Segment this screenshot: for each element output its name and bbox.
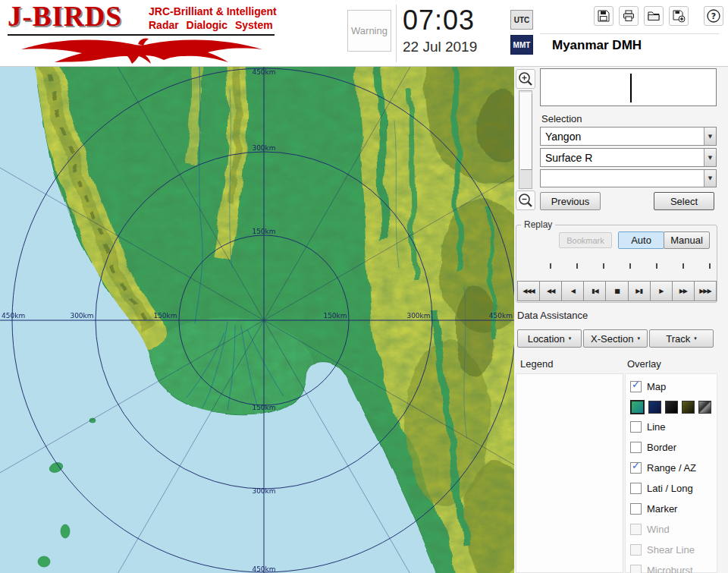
chevron-down-icon: ▾ <box>637 335 640 342</box>
range-label: 450km <box>489 312 513 320</box>
replay-label: Replay <box>521 219 555 230</box>
product-dropdown[interactable]: Surface R ▼ <box>540 148 717 167</box>
overlay-item-shear-line: Shear Line <box>630 540 717 560</box>
zoom-out-icon <box>517 192 534 209</box>
clock-time: 07:03 <box>403 5 475 36</box>
step-forward-button[interactable]: ▶▮ <box>628 281 651 301</box>
palette-gray-swatch[interactable] <box>698 401 711 414</box>
range-label: 150km <box>153 312 177 320</box>
save-button[interactable] <box>594 6 613 26</box>
skip-to-start-button[interactable]: ◀◀◀ <box>517 281 540 301</box>
map-palette-row <box>630 397 717 417</box>
station-divider <box>540 33 719 34</box>
palette-black-swatch[interactable] <box>665 401 678 414</box>
fast-forward-button[interactable]: ▶▶ <box>672 281 695 301</box>
overlay-item-line[interactable]: Line <box>630 417 717 437</box>
chevron-down-icon: ▾ <box>569 335 572 342</box>
jbirds-application: J-BIRDS JRC-Brilliant & Intelligent Rada… <box>0 0 728 573</box>
extra-dropdown[interactable]: ▼ <box>540 169 717 187</box>
print-icon <box>622 9 635 23</box>
play-reverse-button[interactable]: ◀ <box>561 281 584 301</box>
step-back-button[interactable]: ▮◀ <box>583 281 606 301</box>
slider-tick <box>603 263 604 269</box>
replay-slider[interactable] <box>550 263 711 269</box>
fast-rewind-button[interactable]: ◀◀ <box>539 281 562 301</box>
range-az-checkbox[interactable]: ✓ <box>630 462 642 474</box>
check-icon: ✓ <box>632 379 640 390</box>
skip-to-end-button[interactable]: ▶▶▶ <box>694 281 717 301</box>
open-folder-button[interactable] <box>644 6 664 26</box>
shear-line-checkbox <box>630 544 642 556</box>
logo-subtitle-1: JRC-Brilliant & Intelligent <box>149 5 277 17</box>
help-icon: ? <box>706 8 721 24</box>
previous-button[interactable]: Previous <box>540 192 601 210</box>
palette-olive-swatch[interactable] <box>682 401 695 414</box>
slider-tick <box>629 263 631 269</box>
border-checkbox[interactable] <box>630 442 642 453</box>
overlay-item-map[interactable]: ✓ Map <box>630 376 717 397</box>
zoom-in-button[interactable] <box>516 69 535 89</box>
palette-terrain-swatch[interactable] <box>630 400 645 414</box>
stop-button[interactable]: ■ <box>605 281 628 301</box>
overlay-item-wind: Wind <box>630 519 717 540</box>
svg-text:?: ? <box>711 11 716 21</box>
play-button[interactable]: ▶ <box>650 281 673 301</box>
slider-tick <box>550 263 551 269</box>
location-button[interactable]: Location ▾ <box>517 329 582 348</box>
zoom-slider-thumb[interactable] <box>520 93 532 170</box>
legend-label: Legend <box>520 358 553 370</box>
range-label: 150km <box>252 404 275 411</box>
xsection-button[interactable]: X-Section ▾ <box>583 329 648 348</box>
terrain-map: 450km 300km 150km 150km 300km 450km 450k… <box>0 67 514 573</box>
marker-checkbox[interactable] <box>630 503 642 515</box>
slider-tick <box>682 263 684 269</box>
warning-label: Warning <box>351 25 388 36</box>
manual-mode-button[interactable]: Manual <box>664 231 710 249</box>
replay-groupbox: Replay Bookmark Auto Manual ◀◀◀ ◀◀ ◀ ▮◀ … <box>516 225 717 303</box>
range-label: 450km <box>2 312 25 320</box>
overlay-item-marker[interactable]: Marker <box>630 499 717 519</box>
selection-label: Selection <box>541 113 582 124</box>
text-caret <box>630 74 632 102</box>
auto-mode-button[interactable]: Auto <box>618 231 664 249</box>
chevron-down-icon[interactable]: ▼ <box>704 149 716 166</box>
export-icon <box>672 9 686 23</box>
range-label: 150km <box>323 312 347 320</box>
track-button[interactable]: Track ▾ <box>649 329 714 348</box>
zoom-slider-track[interactable] <box>519 90 532 189</box>
wind-checkbox <box>630 524 642 535</box>
palette-navy-swatch[interactable] <box>648 401 661 414</box>
line-checkbox[interactable] <box>630 421 642 433</box>
slider-tick <box>709 263 711 269</box>
range-label: 300km <box>252 487 275 495</box>
eagle-logo-icon <box>17 36 267 65</box>
zoom-out-button[interactable] <box>516 190 535 210</box>
print-button[interactable] <box>619 6 639 26</box>
help-button[interactable]: ? <box>704 6 723 26</box>
command-input[interactable] <box>540 68 717 106</box>
mmt-toggle-button[interactable]: MMT <box>510 35 533 55</box>
logo-subtitle-2: Radar Dialogic System <box>149 19 273 31</box>
overlay-item-lati-long[interactable]: Lati / Long <box>630 478 717 499</box>
lati-long-checkbox[interactable] <box>630 483 642 494</box>
export-button[interactable] <box>669 6 689 26</box>
overlay-item-range-az[interactable]: ✓ Range / AZ <box>630 458 717 478</box>
station-title: Myanmar DMH <box>552 38 642 53</box>
overlay-panel: ✓ Map Line Border ✓ Range / AZ Lati <box>625 373 717 573</box>
header-bar: J-BIRDS JRC-Brilliant & Intelligent Rada… <box>0 0 728 67</box>
check-icon: ✓ <box>632 460 640 471</box>
overlay-item-microburst: Microburst <box>630 560 717 573</box>
logo-title: J-BIRDS <box>8 0 122 33</box>
zoom-in-icon <box>517 71 534 87</box>
warning-button[interactable]: Warning <box>347 10 391 52</box>
site-dropdown[interactable]: Yangon ▼ <box>540 127 717 146</box>
radar-map-viewport[interactable]: 450km 300km 150km 150km 300km 450km 450k… <box>0 67 514 573</box>
chevron-down-icon[interactable]: ▼ <box>704 128 716 145</box>
utc-toggle-button[interactable]: UTC <box>510 10 533 30</box>
chevron-down-icon[interactable]: ▼ <box>704 170 716 187</box>
header-divider <box>396 5 397 62</box>
range-label: 300km <box>406 312 430 320</box>
overlay-item-border[interactable]: Border <box>630 437 717 458</box>
select-button[interactable]: Select <box>654 192 714 210</box>
map-checkbox[interactable]: ✓ <box>630 381 642 392</box>
